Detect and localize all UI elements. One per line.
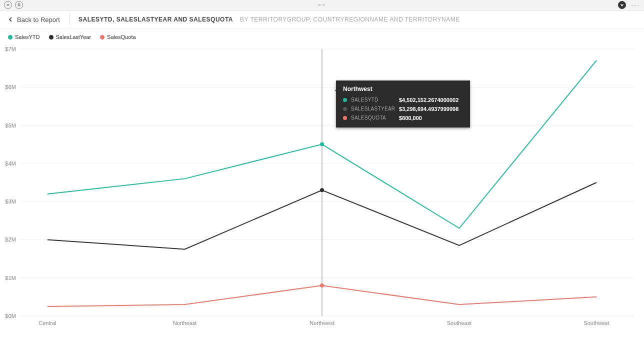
legend: SalesYTDSalesLastYearSalesQuota bbox=[0, 29, 644, 40]
legend-swatch bbox=[100, 35, 104, 40]
more-options-icon[interactable]: ··· bbox=[631, 2, 640, 8]
chevron-left-icon bbox=[8, 17, 13, 22]
y-tick-label: $6M bbox=[6, 84, 16, 90]
x-tick-label: Northwest bbox=[310, 320, 334, 326]
y-tick-label: $3M bbox=[6, 198, 16, 204]
line-chart[interactable]: $0M$1M$2M$3M$4M$5M$6M$7MCentralNortheast… bbox=[0, 46, 644, 341]
data-point[interactable] bbox=[320, 142, 324, 146]
chart-header: Back to Report SALESYTD, SALESLASTYEAR A… bbox=[0, 10, 644, 29]
legend-item[interactable]: SalesLastYear bbox=[49, 34, 92, 40]
window-toolbar: == ··· bbox=[0, 0, 644, 10]
x-tick-label: Southeast bbox=[447, 320, 472, 326]
y-tick-label: $1M bbox=[6, 275, 16, 281]
tooltip-row: SALESLASTYEAR$3,298,694.4937999998 bbox=[343, 104, 463, 114]
x-tick-label: Central bbox=[38, 320, 56, 326]
legend-label: SalesLastYear bbox=[56, 34, 92, 40]
y-tick-label: $4M bbox=[6, 160, 16, 166]
drill-up-icon[interactable] bbox=[4, 1, 12, 9]
y-tick-label: $5M bbox=[6, 122, 16, 128]
tooltip-row: SALESQUOTA$800,000 bbox=[343, 114, 463, 122]
separator bbox=[69, 14, 70, 24]
legend-label: SalesQuota bbox=[107, 34, 136, 40]
drag-handle-icon[interactable]: == bbox=[318, 2, 326, 8]
drill-all-icon[interactable] bbox=[15, 1, 23, 9]
tooltip-row: SALESYTD$4,502,152.2674000002 bbox=[343, 96, 463, 104]
back-to-report-button[interactable]: Back to Report bbox=[8, 16, 60, 24]
legend-swatch bbox=[49, 35, 54, 40]
tooltip: Northwest SALESYTD$4,502,152.2674000002S… bbox=[336, 80, 470, 128]
legend-item[interactable]: SalesQuota bbox=[100, 34, 136, 40]
y-tick-label: $2M bbox=[6, 236, 16, 242]
legend-label: SalesYTD bbox=[15, 34, 40, 40]
chart-title: SALESYTD, SALESLASTYEAR AND SALESQUOTA bbox=[78, 16, 233, 23]
legend-item[interactable]: SalesYTD bbox=[8, 34, 40, 40]
back-label: Back to Report bbox=[17, 16, 60, 24]
y-tick-label: $7M bbox=[6, 46, 16, 52]
drill-down-icon[interactable] bbox=[618, 1, 626, 9]
data-point[interactable] bbox=[320, 188, 324, 192]
x-tick-label: Northeast bbox=[173, 320, 197, 326]
chart-subtitle: BY TERRITORYGROUP, COUNTRYREGIONNAME AND… bbox=[240, 16, 460, 23]
tooltip-title: Northwest bbox=[343, 86, 463, 92]
data-point[interactable] bbox=[320, 284, 324, 288]
y-tick-label: $0M bbox=[6, 313, 16, 319]
legend-swatch bbox=[8, 35, 12, 40]
x-tick-label: Southwest bbox=[584, 320, 609, 326]
